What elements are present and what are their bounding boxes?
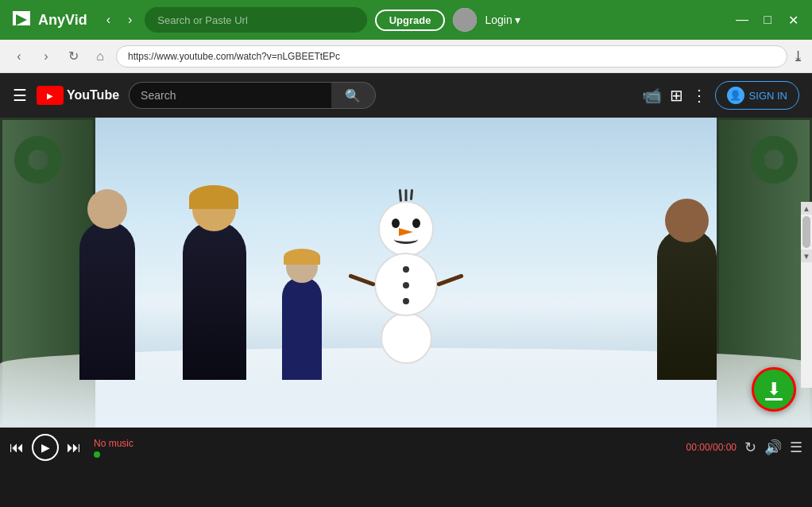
player-volume-button[interactable]: 🔊 [764,439,782,456]
youtube-search-button[interactable]: 🔍 [331,82,376,109]
nav-forward-button[interactable]: › [123,10,137,30]
youtube-logo[interactable]: ▶ YouTube [37,86,119,105]
scroll-arrow-down[interactable]: ▼ [801,250,812,262]
avatar [453,8,477,32]
youtube-apps-button[interactable]: ⊞ [670,86,683,105]
login-label: Login [485,14,512,26]
upgrade-button[interactable]: Upgrade [375,10,446,31]
progress-dot [94,451,100,458]
youtube-sign-in-button[interactable]: 👤 SIGN IN [715,81,799,110]
person-center-left [183,221,246,380]
login-dropdown-icon: ▾ [515,14,520,26]
youtube-sign-in-label: SIGN IN [749,90,787,102]
hair-strand-3 [410,189,413,200]
nav-back-button[interactable]: ‹ [102,10,115,30]
player-repeat-button[interactable]: ↻ [744,439,756,456]
olaf-smile [394,234,418,244]
avatar-circle [453,8,477,32]
youtube-logo-icon: ▶ [37,86,64,105]
scrollbar-thumb[interactable] [802,216,810,248]
player-prev-button[interactable]: ⏮ [10,439,24,456]
logo-area: AnyVid [10,8,87,32]
youtube-controls: 📹 ⊞ ⋮ 👤 SIGN IN [642,81,799,110]
olaf-snowman [374,201,438,364]
olaf-head [378,201,434,257]
youtube-video-button[interactable]: 📹 [642,86,662,105]
app-logo-icon [10,8,33,32]
player-next-button[interactable]: ⏭ [67,439,81,456]
download-arrow-icon: ⬇ [765,379,783,401]
player-bar: ⏮ ▶ ⏭ No music 00:00/00:00 ↻ 🔊 ☰ [0,428,812,467]
youtube-logo-text: YouTube [67,88,119,103]
youtube-menu-button[interactable]: ☰ [13,86,27,105]
wreath-left [14,136,62,184]
title-bar: AnyVid ‹ › Upgrade Login ▾ — □ ✕ [0,0,812,40]
person-left [79,221,135,380]
youtube-more-button[interactable]: ⋮ [691,86,707,105]
person-right [657,229,717,380]
browser-home-button[interactable]: ⌂ [89,45,111,68]
time-display: 00:00/00:00 [686,442,737,453]
browser-bar: ‹ › ↻ ⌂ ⤓ [0,40,812,73]
person-child [282,277,322,380]
olaf-body-upper [374,253,438,316]
scrollbar: ▲ ▼ [801,202,812,388]
url-input[interactable] [116,45,787,68]
window-controls: — □ ✕ [733,10,802,29]
youtube-search-input[interactable] [129,82,331,109]
track-name: No music [94,438,133,449]
browser-forward-button[interactable]: › [35,45,57,68]
youtube-header: ☰ ▶ YouTube 🔍 📹 ⊞ ⋮ 👤 SIGN IN [0,73,812,118]
youtube-account-icon: 👤 [727,87,744,104]
app-title: AnyVid [38,12,87,29]
search-input[interactable] [145,7,366,33]
maximize-button[interactable]: □ [758,10,777,29]
browser-download-button[interactable]: ⤓ [792,48,804,65]
browser-back-button[interactable]: ‹ [8,45,30,68]
video-thumbnail: ⬇ [0,118,812,428]
olaf-eye-left [392,219,400,228]
close-button[interactable]: ✕ [783,10,802,29]
wreath-right [750,136,798,184]
download-overlay-button[interactable]: ⬇ [752,367,796,412]
scroll-arrow-up[interactable]: ▲ [801,202,812,215]
track-info: No music [94,438,133,458]
olaf-eye-right [412,219,420,228]
login-button[interactable]: Login ▾ [485,14,520,26]
olaf-body-lower [381,312,432,364]
player-queue-button[interactable]: ☰ [790,439,802,456]
player-play-button[interactable]: ▶ [32,434,59,461]
youtube-search-wrapper: 🔍 [129,82,376,109]
video-area: ⬇ ▲ ▼ [0,118,812,428]
minimize-button[interactable]: — [733,10,752,29]
browser-refresh-button[interactable]: ↻ [62,45,84,68]
